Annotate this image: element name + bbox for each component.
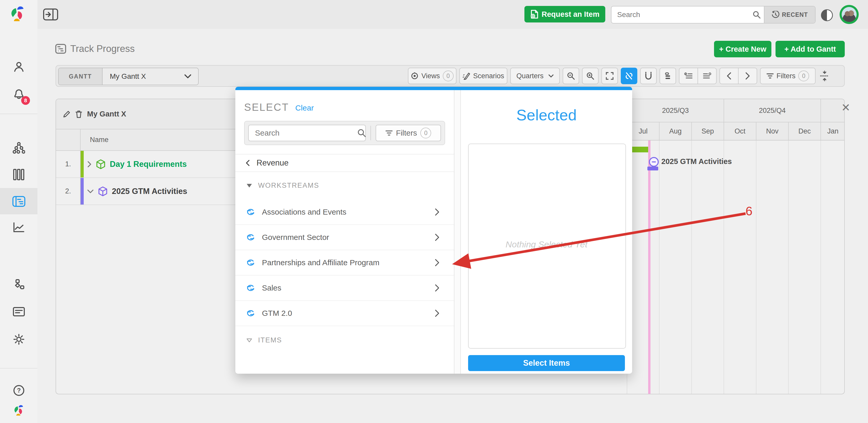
- gantt-chip: GANTT: [59, 68, 102, 85]
- user-avatar[interactable]: [840, 5, 859, 24]
- chevron-right-icon[interactable]: [87, 161, 92, 168]
- scenarios-button[interactable]: Scenarios: [459, 68, 507, 84]
- create-new-button[interactable]: + Create New: [714, 41, 771, 57]
- grid-line: [756, 140, 756, 394]
- collapse-task-icon[interactable]: [649, 157, 659, 167]
- month-cell: Oct: [723, 122, 756, 140]
- list-item-workstream[interactable]: Partnerships and Affiliate Program: [235, 250, 454, 275]
- edit-pencil-icon[interactable]: [63, 110, 70, 118]
- filters-count-badge: 0: [798, 70, 809, 82]
- list-item-workstream[interactable]: Sales: [235, 275, 454, 301]
- gantt-name-value: My Gantt X: [102, 68, 178, 85]
- section-workstreams[interactable]: WORKSTREAMS: [235, 171, 454, 200]
- grid-line: [820, 140, 821, 394]
- dependencies-toggle-button[interactable]: [621, 68, 637, 84]
- filter-icon: [385, 130, 393, 136]
- modal-search-input[interactable]: [249, 129, 357, 137]
- app-logo[interactable]: [10, 6, 25, 22]
- zoom-in-button[interactable]: [582, 68, 598, 84]
- list-item-workstream[interactable]: Associations and Events: [235, 200, 454, 225]
- modal-filters-button[interactable]: Filters 0: [376, 125, 441, 141]
- sidebar-divider: [0, 368, 37, 368]
- task-bar-2025-gtm[interactable]: [647, 167, 658, 170]
- scroll-arrows: [719, 68, 757, 84]
- row-label[interactable]: Day 1 Requirements: [110, 160, 187, 169]
- notifications-bell-icon[interactable]: [0, 84, 37, 104]
- chevron-right-icon: [435, 259, 439, 266]
- gantt-view-icon[interactable]: [0, 192, 37, 211]
- hierarchy-icon[interactable]: [0, 138, 37, 158]
- clock-icon: [772, 11, 779, 19]
- chevron-down-icon[interactable]: [87, 189, 94, 194]
- chevron-right-icon[interactable]: [738, 68, 757, 84]
- list-item-workstream[interactable]: GTM 2.0: [235, 301, 454, 326]
- cube-icon: [96, 159, 106, 169]
- workflow-icon[interactable]: [0, 275, 37, 294]
- workstream-cycle-icon: [246, 233, 255, 242]
- grid-line: [691, 140, 692, 394]
- cube-icon: [98, 186, 108, 197]
- list-item-workstream[interactable]: Government Sector: [235, 225, 454, 250]
- column-header-row: Name: [56, 129, 243, 151]
- modal-scrollbar[interactable]: [454, 90, 461, 374]
- chevron-left-icon[interactable]: [720, 68, 738, 84]
- modal-title: SELECT: [244, 101, 289, 113]
- name-column-header[interactable]: Name: [81, 129, 108, 150]
- collapse-outline-button[interactable]: [679, 68, 698, 84]
- notes-icon[interactable]: [0, 302, 37, 322]
- views-button[interactable]: Views 0: [408, 68, 457, 84]
- search-icon[interactable]: [749, 6, 764, 23]
- divider: [370, 126, 371, 140]
- section-items[interactable]: ITEMS: [235, 326, 454, 354]
- collapse-rows-button[interactable]: [818, 70, 831, 82]
- request-an-item-button[interactable]: Request an Item: [524, 6, 605, 23]
- add-to-gantt-button[interactable]: + Add to Gantt: [776, 41, 845, 57]
- magnet-snap-button[interactable]: [640, 68, 657, 84]
- trash-icon[interactable]: [75, 110, 83, 118]
- recent-button[interactable]: RECENT: [764, 6, 815, 23]
- row-density-button[interactable]: [659, 68, 676, 84]
- gantt-selector[interactable]: GANTT My Gantt X: [58, 68, 199, 85]
- views-count-badge: 0: [443, 70, 454, 82]
- grid-line: [659, 140, 659, 394]
- help-icon[interactable]: ?: [0, 381, 37, 400]
- global-search: RECENT: [611, 6, 815, 24]
- month-cell: Nov: [756, 122, 788, 140]
- chart-icon[interactable]: [0, 218, 37, 237]
- row-label[interactable]: 2025 GTM Activities: [112, 187, 187, 196]
- grid-line: [788, 140, 789, 394]
- modal-filters-count: 0: [420, 128, 431, 138]
- workstream-cycle-icon: [246, 308, 255, 318]
- row-number: 1.: [56, 151, 81, 177]
- theme-contrast-toggle[interactable]: [821, 9, 833, 21]
- chevron-down-icon: [549, 74, 554, 78]
- notification-badge: 8: [21, 96, 30, 105]
- empty-state-text: Nothing Selected Yet: [461, 239, 632, 250]
- scenarios-icon: [462, 72, 470, 80]
- settings-gear-icon[interactable]: [0, 329, 37, 349]
- filters-button[interactable]: Filters 0: [760, 68, 815, 84]
- fullscreen-button[interactable]: [601, 68, 618, 84]
- table-row[interactable]: 1. Day 1 Requirements: [56, 151, 243, 178]
- search-icon[interactable]: [357, 129, 371, 137]
- columns-board-icon[interactable]: [0, 165, 37, 184]
- profile-icon[interactable]: [0, 57, 37, 76]
- month-cell: Jan: [820, 122, 845, 140]
- grid-line: [723, 140, 724, 394]
- timescale-select[interactable]: Quarters: [510, 68, 560, 84]
- select-modal: SELECT Clear Filters 0 Revenue WORKSTREA…: [235, 87, 632, 374]
- global-search-input[interactable]: [612, 6, 749, 23]
- close-icon[interactable]: ✕: [840, 102, 851, 113]
- chevron-down-icon: [178, 68, 198, 85]
- select-items-button[interactable]: Select Items: [468, 355, 625, 371]
- footer-logo: [0, 401, 37, 420]
- triangle-down-outline-icon: [246, 338, 252, 343]
- table-row[interactable]: 2. 2025 GTM Activities: [56, 178, 243, 205]
- track-progress-icon: [55, 44, 66, 54]
- month-cell: Aug: [659, 122, 691, 140]
- collapse-panel-icon[interactable]: [43, 8, 58, 21]
- clear-link[interactable]: Clear: [295, 103, 314, 112]
- zoom-out-button[interactable]: [563, 68, 579, 84]
- expand-outline-button[interactable]: [698, 68, 716, 84]
- breadcrumb-back-revenue[interactable]: Revenue: [235, 155, 454, 171]
